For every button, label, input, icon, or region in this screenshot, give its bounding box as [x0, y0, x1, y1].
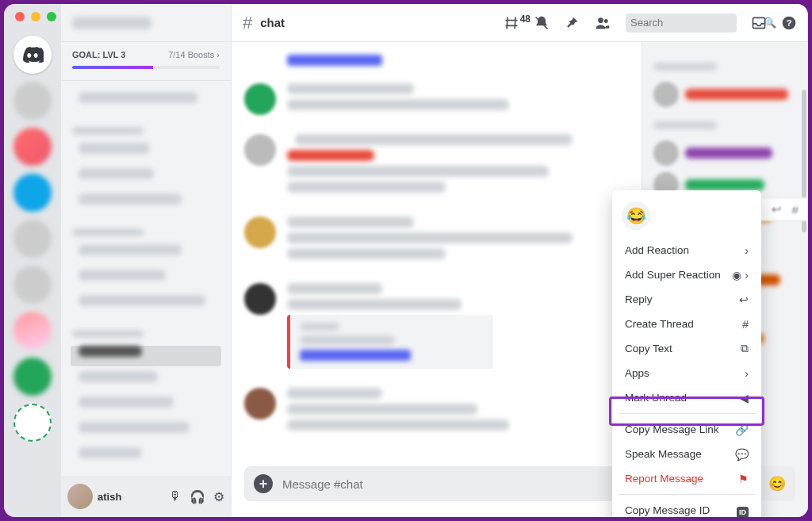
- channel-category[interactable]: [67, 225, 224, 239]
- chevron-right-icon: ›: [745, 244, 749, 257]
- message[interactable]: [244, 134, 629, 197]
- channel-item[interactable]: [71, 193, 221, 214]
- minimize-window-button[interactable]: [31, 12, 40, 21]
- channel-item[interactable]: [71, 244, 221, 265]
- ctx-mark-unread[interactable]: Mark Unread◀: [619, 385, 755, 410]
- user-settings-button[interactable]: ⚙: [213, 489, 224, 504]
- server-item-active[interactable]: [13, 174, 52, 212]
- boost-progress-bar: [72, 66, 220, 69]
- channel-item-active[interactable]: [71, 346, 221, 366]
- quick-reaction-laugh[interactable]: 😂: [622, 201, 650, 230]
- member-row[interactable]: [649, 79, 802, 110]
- avatar[interactable]: [244, 388, 276, 419]
- chevron-right-icon: ›: [216, 50, 220, 59]
- avatar[interactable]: [244, 216, 276, 248]
- server-item[interactable]: [13, 220, 52, 258]
- macos-traffic-lights: [15, 12, 56, 21]
- ctx-add-super-reaction[interactable]: Add Super Reaction◉ ›: [619, 262, 755, 287]
- mute-mic-button[interactable]: 🎙: [169, 489, 182, 504]
- avatar[interactable]: [244, 134, 276, 166]
- self-username[interactable]: atish: [98, 491, 164, 503]
- hash-icon: #: [243, 13, 252, 33]
- embed[interactable]: [287, 315, 493, 369]
- home-button[interactable]: [13, 36, 52, 74]
- server-item[interactable]: [13, 266, 52, 304]
- channel-item[interactable]: [71, 396, 221, 417]
- channel-sidebar: GOAL: LVL 3 7/14 Boosts ›: [61, 4, 232, 517]
- threads-button[interactable]: 48: [504, 15, 519, 31]
- boost-count: 7/14 Boosts: [168, 50, 214, 59]
- close-window-button[interactable]: [15, 12, 25, 21]
- zoom-window-button[interactable]: [47, 12, 56, 21]
- svg-point-1: [604, 19, 608, 23]
- channel-topbar: # chat 48: [232, 4, 808, 42]
- server-rail: [4, 4, 61, 517]
- channel-item[interactable]: [71, 143, 221, 163]
- help-button[interactable]: ?: [781, 15, 797, 31]
- channel-item[interactable]: [71, 447, 221, 468]
- id-icon: ID: [737, 504, 749, 517]
- reply-icon[interactable]: ↩: [772, 202, 782, 216]
- message-list: [232, 42, 642, 517]
- member-row[interactable]: [649, 137, 802, 169]
- ctx-create-thread[interactable]: Create Thread#: [619, 312, 755, 336]
- pinned-messages-button[interactable]: [564, 15, 580, 31]
- search-input[interactable]: [630, 17, 764, 29]
- context-separator: [619, 494, 755, 495]
- ctx-speak-message[interactable]: Speak Message💬: [619, 442, 755, 466]
- channel-list: [61, 81, 231, 476]
- thread-icon[interactable]: #: [792, 203, 799, 216]
- ctx-apps[interactable]: Apps›: [619, 361, 755, 385]
- search-box[interactable]: 🔍: [626, 13, 737, 33]
- channel-category[interactable]: [67, 327, 224, 341]
- server-item[interactable]: [13, 312, 52, 350]
- self-avatar[interactable]: [67, 484, 93, 509]
- message[interactable]: [244, 83, 629, 115]
- ctx-reply[interactable]: Reply↩: [619, 287, 755, 312]
- channel-item[interactable]: [71, 168, 221, 189]
- inbox-button[interactable]: [751, 15, 767, 31]
- channel-item[interactable]: [71, 92, 221, 113]
- channel-item[interactable]: [71, 422, 221, 442]
- channel-item[interactable]: [71, 371, 221, 392]
- app-window: GOAL: LVL 3 7/14 Boosts ›: [4, 4, 808, 517]
- main-area: # chat 48: [232, 4, 808, 517]
- server-item[interactable]: [13, 128, 52, 166]
- link-icon: 🔗: [735, 423, 749, 436]
- threads-count: 48: [520, 13, 530, 25]
- svg-point-0: [598, 17, 603, 23]
- channel-item[interactable]: [71, 270, 221, 290]
- ctx-copy-message-id[interactable]: Copy Message IDID: [619, 498, 755, 517]
- chevron-right-icon: ›: [745, 367, 749, 380]
- context-separator: [619, 413, 755, 414]
- ctx-report-message[interactable]: Report Message⚑: [619, 466, 755, 491]
- emoji-button[interactable]: 😊: [768, 475, 786, 492]
- channel-item[interactable]: [71, 295, 221, 316]
- message[interactable]: [244, 388, 629, 435]
- deafen-button[interactable]: 🎧: [190, 489, 205, 504]
- quick-reaction-row: 😂: [619, 197, 755, 238]
- ctx-copy-text[interactable]: Copy Text⧉: [619, 336, 755, 361]
- channel-category[interactable]: [67, 124, 224, 138]
- message-context-menu: 😂 Add Reaction› Add Super Reaction◉ › Re…: [612, 190, 761, 517]
- ctx-copy-message-link[interactable]: Copy Message Link🔗: [619, 417, 755, 442]
- mark-unread-icon: ◀: [740, 392, 749, 404]
- burst-icon: ◉ ›: [732, 269, 749, 282]
- message[interactable]: [244, 283, 629, 369]
- thread-icon: #: [742, 318, 749, 331]
- notifications-button[interactable]: [534, 15, 550, 31]
- avatar[interactable]: [244, 283, 276, 315]
- server-item[interactable]: [13, 82, 52, 120]
- attach-button[interactable]: +: [254, 474, 273, 493]
- server-item[interactable]: [13, 358, 52, 396]
- avatar[interactable]: [244, 83, 276, 115]
- add-server-button[interactable]: [13, 404, 52, 442]
- copy-icon: ⧉: [741, 342, 749, 355]
- message[interactable]: [244, 216, 629, 264]
- member-list-toggle[interactable]: [594, 15, 611, 31]
- ctx-add-reaction[interactable]: Add Reaction›: [619, 238, 755, 262]
- server-header[interactable]: [61, 4, 231, 42]
- member-category: [649, 110, 802, 137]
- boost-panel[interactable]: GOAL: LVL 3 7/14 Boosts ›: [61, 42, 231, 81]
- member-category: [649, 52, 802, 79]
